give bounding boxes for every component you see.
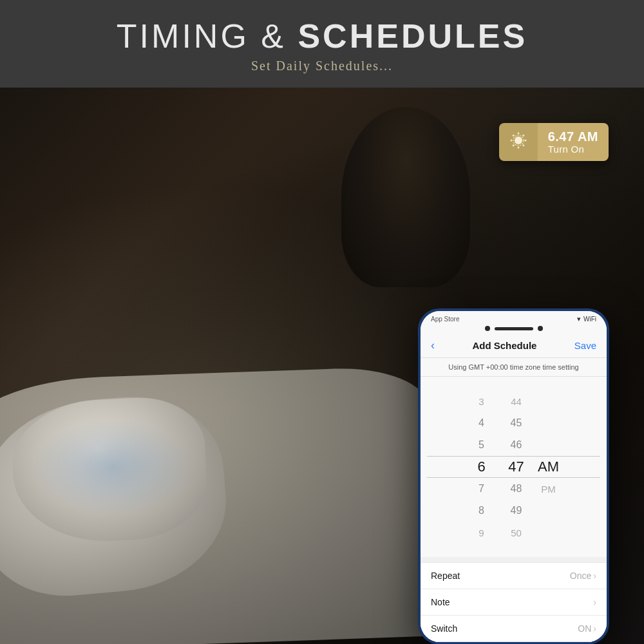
sun-icon bbox=[509, 131, 528, 153]
badge-text-area: 6.47 AM Turn On bbox=[538, 123, 609, 161]
svg-point-4 bbox=[510, 140, 512, 142]
svg-point-5 bbox=[524, 140, 526, 142]
switch-value-text: ON bbox=[578, 623, 591, 634]
notch-dot-right bbox=[538, 326, 543, 331]
save-button[interactable]: Save bbox=[574, 340, 596, 351]
status-right: ▾ WiFi bbox=[577, 315, 596, 323]
header: TIMING & SCHEDULES Set Daily Schedules..… bbox=[0, 0, 644, 88]
svg-point-2 bbox=[517, 133, 519, 135]
settings-rows: Repeat Once › Note › bbox=[421, 557, 607, 642]
min-50: 50 bbox=[499, 522, 534, 544]
title-normal: TIMING & bbox=[117, 17, 298, 55]
phone-status-bar: App Store ▾ WiFi bbox=[421, 311, 607, 326]
svg-point-6 bbox=[512, 135, 514, 137]
note-row[interactable]: Note › bbox=[421, 589, 607, 616]
badge-action: Turn On bbox=[548, 144, 598, 155]
svg-point-9 bbox=[512, 144, 514, 146]
repeat-value-text: Once bbox=[570, 571, 591, 581]
ampm-am-selected: AM bbox=[538, 456, 559, 478]
svg-point-7 bbox=[522, 144, 524, 146]
wifi-label: WiFi bbox=[583, 316, 596, 323]
hour-8: 8 bbox=[464, 500, 499, 522]
hour-5: 5 bbox=[464, 434, 499, 456]
min-49: 49 bbox=[499, 500, 534, 522]
header-subtitle: Set Daily Schedules... bbox=[13, 59, 631, 73]
header-title: TIMING & SCHEDULES bbox=[13, 18, 631, 55]
ampm-pm: PM bbox=[541, 478, 556, 500]
phone-nav: ‹ Add Schedule Save bbox=[421, 334, 607, 358]
timezone-info: Using GMT +00:00 time zone time setting bbox=[421, 358, 607, 377]
phone-container: App Store ▾ WiFi ‹ bbox=[419, 309, 609, 644]
repeat-chevron-icon: › bbox=[593, 571, 596, 581]
hours-column[interactable]: 3 4 5 6 7 8 9 bbox=[464, 390, 499, 544]
hour-6-selected: 6 bbox=[464, 456, 499, 478]
note-value: › bbox=[593, 597, 596, 607]
back-button[interactable]: ‹ bbox=[431, 339, 435, 352]
note-chevron-icon: › bbox=[593, 597, 596, 607]
notch-dot-left bbox=[485, 326, 490, 331]
nav-title: Add Schedule bbox=[472, 340, 536, 351]
switch-value: ON › bbox=[578, 623, 596, 634]
switch-row[interactable]: Switch ON › bbox=[421, 616, 607, 642]
main-content: 6.47 AM Turn On App Store ▾ WiFi bbox=[0, 88, 644, 644]
repeat-value: Once › bbox=[570, 571, 596, 581]
min-46: 46 bbox=[499, 434, 534, 456]
notch-bar bbox=[495, 327, 533, 330]
repeat-label: Repeat bbox=[431, 571, 460, 581]
hour-4: 4 bbox=[464, 412, 499, 434]
picker-columns: 3 4 5 6 7 8 9 44 45 bbox=[464, 390, 564, 544]
title-bold: SCHEDULES bbox=[298, 17, 527, 55]
svg-point-0 bbox=[515, 137, 522, 144]
time-picker[interactable]: 3 4 5 6 7 8 9 44 45 bbox=[421, 377, 607, 557]
badge-icon-area bbox=[499, 123, 538, 161]
svg-point-3 bbox=[517, 147, 519, 149]
switch-label: Switch bbox=[431, 623, 457, 634]
timezone-text: Using GMT +00:00 time zone time setting bbox=[430, 363, 598, 371]
repeat-row[interactable]: Repeat Once › bbox=[421, 562, 607, 589]
phone-inner: App Store ▾ WiFi ‹ bbox=[421, 311, 607, 642]
person-right bbox=[341, 107, 470, 287]
light-glow bbox=[32, 419, 193, 515]
phone-notch bbox=[421, 326, 607, 334]
wifi-icon: ▾ bbox=[577, 315, 581, 323]
schedule-badge: 6.47 AM Turn On bbox=[499, 123, 609, 161]
min-48: 48 bbox=[499, 478, 534, 500]
minutes-column[interactable]: 44 45 46 47 48 49 50 bbox=[499, 390, 534, 544]
page-wrapper: TIMING & SCHEDULES Set Daily Schedules..… bbox=[0, 0, 644, 644]
app-store-label: App Store bbox=[431, 316, 459, 323]
hour-9: 9 bbox=[464, 522, 499, 544]
ampm-column[interactable]: AM PM bbox=[534, 390, 564, 544]
phone-frame: App Store ▾ WiFi ‹ bbox=[419, 309, 609, 644]
hour-3: 3 bbox=[464, 390, 499, 412]
hour-7: 7 bbox=[464, 478, 499, 500]
switch-chevron-icon: › bbox=[593, 623, 596, 634]
min-45: 45 bbox=[499, 412, 534, 434]
svg-point-8 bbox=[522, 135, 524, 137]
note-label: Note bbox=[431, 597, 450, 607]
min-47-selected: 47 bbox=[499, 456, 534, 478]
badge-time: 6.47 AM bbox=[548, 129, 598, 144]
min-44: 44 bbox=[499, 390, 534, 412]
